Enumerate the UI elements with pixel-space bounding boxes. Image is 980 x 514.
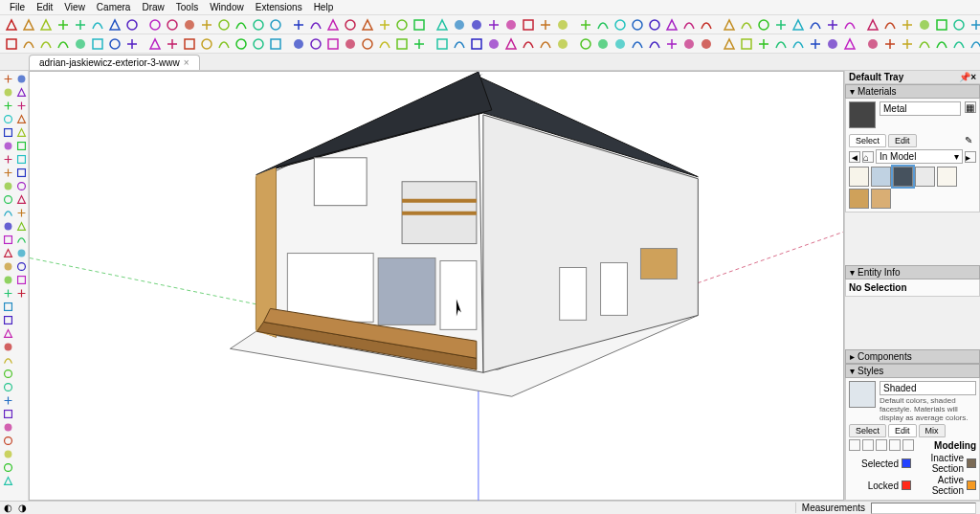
toolbar-button[interactable]	[808, 17, 823, 33]
toolbar-button[interactable]	[107, 17, 122, 33]
legend-swatch[interactable]	[967, 480, 976, 490]
palette-tool[interactable]	[2, 126, 14, 139]
collection-dropdown[interactable]: In Model▾	[876, 149, 963, 164]
toolbar-button[interactable]	[216, 36, 232, 52]
toolbar-button[interactable]	[90, 36, 105, 52]
entity-info-header[interactable]: ▾ Entity Info	[845, 265, 980, 279]
toolbar-button[interactable]	[595, 36, 611, 52]
palette-tool[interactable]	[2, 260, 14, 273]
toolbar-button[interactable]	[412, 36, 427, 52]
toolbar-button[interactable]	[394, 17, 410, 33]
model-canvas[interactable]	[30, 72, 843, 501]
materials-panel-header[interactable]: ▾ Materials	[845, 84, 980, 99]
toolbar-button[interactable]	[664, 17, 679, 33]
palette-tool[interactable]	[15, 220, 28, 233]
details-icon[interactable]: ▸	[965, 151, 976, 163]
palette-tool[interactable]	[15, 274, 28, 286]
toolbar-button[interactable]	[452, 17, 467, 33]
toolbar-button[interactable]	[56, 36, 71, 52]
palette-tool[interactable]	[2, 408, 14, 420]
toolbar-button[interactable]	[165, 36, 180, 52]
palette-tool[interactable]	[15, 153, 28, 166]
toolbar-button[interactable]	[434, 17, 450, 33]
toolbar-button[interactable]	[722, 36, 737, 52]
toolbar-button[interactable]	[900, 36, 915, 52]
toolbar-button[interactable]	[934, 17, 949, 33]
toolbar-button[interactable]	[234, 36, 249, 52]
menu-view[interactable]: View	[58, 1, 91, 13]
legend-swatch[interactable]	[902, 480, 911, 490]
toolbar-button[interactable]	[4, 36, 19, 52]
toolbar-button[interactable]	[773, 36, 789, 52]
material-name-field[interactable]: Metal	[880, 101, 961, 116]
palette-tool[interactable]	[15, 287, 28, 300]
palette-tool[interactable]	[2, 234, 14, 246]
toolbar-button[interactable]	[503, 36, 519, 52]
style-mix-tab[interactable]: Mix	[919, 424, 946, 437]
toolbar-button[interactable]	[951, 36, 967, 52]
create-material-icon[interactable]: ▦	[965, 101, 976, 113]
toolbar-button[interactable]	[503, 17, 519, 33]
toolbar-button[interactable]	[4, 17, 19, 33]
palette-tool[interactable]	[2, 247, 14, 259]
toolbar-button[interactable]	[216, 17, 232, 33]
materials-select-tab[interactable]: Select	[849, 134, 886, 147]
menu-camera[interactable]: Camera	[91, 1, 137, 13]
toolbar-button[interactable]	[434, 36, 450, 52]
style-edit-tab[interactable]: Edit	[888, 424, 917, 437]
palette-tool[interactable]	[2, 113, 14, 125]
menu-edit[interactable]: Edit	[31, 1, 58, 13]
bg-settings-icon[interactable]	[876, 439, 887, 451]
material-swatch[interactable]	[915, 167, 935, 187]
toolbar-button[interactable]	[377, 36, 392, 52]
palette-tool[interactable]	[2, 100, 14, 112]
styles-header[interactable]: ▾ Styles	[845, 364, 980, 378]
eyedropper-icon[interactable]: ✎	[965, 135, 976, 146]
toolbar-button[interactable]	[555, 17, 570, 33]
toolbar-button[interactable]	[21, 36, 36, 52]
toolbar-button[interactable]	[124, 36, 140, 52]
palette-tool[interactable]	[2, 394, 14, 407]
toolbar-button[interactable]	[251, 17, 266, 33]
toolbar-button[interactable]	[360, 17, 375, 33]
toolbar-button[interactable]	[739, 17, 754, 33]
toolbar-button[interactable]	[165, 17, 180, 33]
palette-tool[interactable]	[2, 274, 14, 286]
toolbar-button[interactable]	[486, 36, 501, 52]
toolbar-button[interactable]	[291, 36, 306, 52]
toolbar-button[interactable]	[73, 36, 88, 52]
face-settings-icon[interactable]	[862, 439, 874, 451]
toolbar-button[interactable]	[756, 17, 771, 33]
toolbar-button[interactable]	[825, 36, 840, 52]
toolbar-button[interactable]	[21, 17, 36, 33]
toolbar-button[interactable]	[882, 17, 898, 33]
tray-title-bar[interactable]: Default Tray 📌×	[845, 71, 980, 84]
material-swatch[interactable]	[937, 167, 957, 187]
palette-tool[interactable]	[2, 327, 14, 340]
palette-tool[interactable]	[2, 475, 14, 487]
toolbar-button[interactable]	[452, 36, 467, 52]
toolbar-button[interactable]	[469, 36, 484, 52]
toolbar-button[interactable]	[90, 17, 105, 33]
material-swatch[interactable]	[849, 167, 869, 187]
palette-tool[interactable]	[2, 314, 14, 326]
current-material-swatch[interactable]	[849, 101, 876, 128]
toolbar-button[interactable]	[722, 17, 737, 33]
toolbar-button[interactable]	[521, 17, 536, 33]
palette-tool[interactable]	[15, 260, 28, 273]
style-thumb[interactable]	[849, 381, 876, 408]
palette-tool[interactable]	[15, 207, 28, 219]
toolbar-button[interactable]	[38, 36, 54, 52]
palette-tool[interactable]	[2, 368, 14, 380]
palette-tool[interactable]	[15, 180, 28, 192]
toolbar-button[interactable]	[469, 17, 484, 33]
palette-tool[interactable]	[15, 100, 28, 112]
toolbar-button[interactable]	[538, 17, 553, 33]
material-swatch[interactable]	[849, 189, 869, 209]
toolbar-button[interactable]	[791, 17, 806, 33]
palette-tool[interactable]	[15, 86, 28, 99]
status-geo-icon[interactable]: ◑	[18, 503, 27, 513]
toolbar-button[interactable]	[38, 17, 54, 33]
palette-tool[interactable]	[2, 86, 14, 99]
back-icon[interactable]: ◄	[849, 151, 860, 163]
